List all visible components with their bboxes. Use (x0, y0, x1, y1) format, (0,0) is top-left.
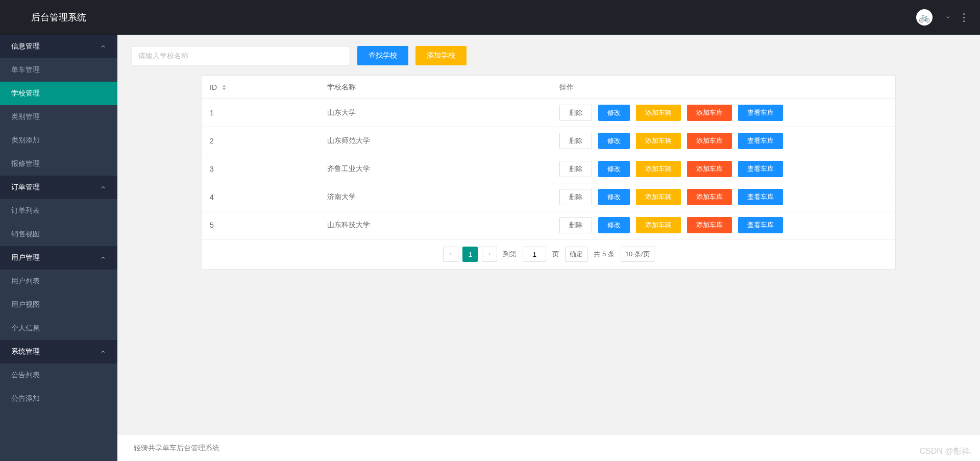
menu-item[interactable]: 公告添加 (0, 387, 117, 410)
data-card: ID 学校名称 操作 1山东大学删除修改添加车辆添加车库查看车库2山东师范大学删… (202, 75, 896, 270)
cell-school-name: 山东师范大学 (320, 127, 552, 155)
avatar[interactable]: 🚲 (916, 9, 933, 26)
cell-id: 5 (202, 211, 320, 239)
footer: 轻骑共享单车后台管理系统 (117, 434, 980, 461)
add-garage-button[interactable]: 添加车库 (687, 105, 732, 121)
chevron-up-icon (100, 43, 106, 50)
edit-button[interactable]: 修改 (598, 105, 630, 121)
search-button[interactable]: 查找学校 (357, 46, 408, 65)
page-size-select[interactable]: 10 条/页 (621, 247, 654, 262)
table-row: 4济南大学删除修改添加车辆添加车库查看车库 (202, 183, 895, 211)
cell-ops: 删除修改添加车辆添加车库查看车库 (552, 183, 895, 211)
chevron-up-icon (100, 184, 106, 190)
edit-button[interactable]: 修改 (598, 133, 630, 149)
add-school-button[interactable]: 添加学校 (415, 46, 467, 65)
chevron-up-icon (100, 255, 106, 261)
cell-id: 3 (202, 155, 320, 183)
school-table: ID 学校名称 操作 1山东大学删除修改添加车辆添加车库查看车库2山东师范大学删… (202, 75, 895, 239)
cell-ops: 删除修改添加车辆添加车库查看车库 (552, 211, 895, 239)
menu-group-header[interactable]: 订单管理 (0, 176, 117, 199)
col-header-id-label: ID (210, 83, 217, 91)
cell-school-name: 济南大学 (320, 183, 552, 211)
menu-item[interactable]: 用户视图 (0, 293, 117, 317)
menu-item[interactable]: 销售视图 (0, 223, 117, 246)
menu-group-label: 用户管理 (11, 253, 40, 262)
topbar: 🚲 (117, 0, 980, 35)
menu-group-label: 系统管理 (11, 347, 40, 356)
menu-item[interactable]: 单车管理 (0, 58, 117, 82)
view-garage-button[interactable]: 查看车库 (738, 133, 783, 149)
goto-page-input[interactable] (523, 247, 546, 262)
table-row: 2山东师范大学删除修改添加车辆添加车库查看车库 (202, 127, 895, 155)
col-header-name: 学校名称 (320, 76, 552, 99)
sidebar-menu: 信息管理单车管理学校管理类别管理类别添加报修管理订单管理订单列表销售视图用户管理… (0, 35, 117, 410)
cell-ops: 删除修改添加车辆添加车库查看车库 (552, 99, 895, 127)
cell-ops: 删除修改添加车辆添加车库查看车库 (552, 127, 895, 155)
add-garage-button[interactable]: 添加车库 (687, 161, 732, 177)
cell-id: 2 (202, 127, 320, 155)
add-vehicle-button[interactable]: 添加车辆 (636, 133, 681, 149)
goto-confirm-button[interactable]: 确定 (565, 247, 587, 262)
menu-item[interactable]: 学校管理 (0, 82, 117, 105)
cell-school-name: 山东大学 (320, 99, 552, 127)
goto-prefix-label: 到第 (501, 250, 519, 259)
menu-group-header[interactable]: 信息管理 (0, 35, 117, 58)
add-vehicle-button[interactable]: 添加车辆 (636, 189, 681, 205)
cell-school-name: 山东科技大学 (320, 211, 552, 239)
app-title: 后台管理系统 (0, 0, 117, 35)
add-garage-button[interactable]: 添加车库 (687, 189, 732, 205)
menu-item[interactable]: 报修管理 (0, 152, 117, 176)
add-garage-button[interactable]: 添加车库 (687, 133, 732, 149)
table-row: 1山东大学删除修改添加车辆添加车库查看车库 (202, 99, 895, 127)
page-prev-button[interactable] (443, 247, 458, 262)
chevron-up-icon (100, 349, 106, 355)
footer-text: 轻骑共享单车后台管理系统 (134, 444, 219, 453)
col-header-ops: 操作 (552, 76, 895, 99)
menu-group-header[interactable]: 用户管理 (0, 246, 117, 270)
sidebar: 后台管理系统 信息管理单车管理学校管理类别管理类别添加报修管理订单管理订单列表销… (0, 0, 117, 461)
goto-suffix-label: 页 (550, 250, 561, 259)
delete-button[interactable]: 删除 (559, 133, 592, 149)
search-input[interactable] (132, 46, 350, 65)
view-garage-button[interactable]: 查看车库 (738, 217, 783, 233)
table-row: 5山东科技大学删除修改添加车辆添加车库查看车库 (202, 211, 895, 239)
total-count-label: 共 5 条 (592, 250, 616, 259)
menu-item[interactable]: 订单列表 (0, 199, 117, 223)
menu-item[interactable]: 公告列表 (0, 363, 117, 387)
cell-ops: 删除修改添加车辆添加车库查看车库 (552, 155, 895, 183)
user-dropdown-icon[interactable] (945, 14, 951, 20)
menu-item[interactable]: 用户列表 (0, 270, 117, 293)
add-vehicle-button[interactable]: 添加车辆 (636, 105, 681, 121)
menu-item[interactable]: 类别管理 (0, 105, 117, 129)
delete-button[interactable]: 删除 (559, 161, 592, 177)
menu-group-label: 订单管理 (11, 183, 40, 192)
more-menu-icon[interactable] (963, 13, 965, 22)
edit-button[interactable]: 修改 (598, 189, 630, 205)
menu-group-label: 信息管理 (11, 42, 40, 51)
page-number-current[interactable]: 1 (462, 247, 478, 262)
view-garage-button[interactable]: 查看车库 (738, 105, 783, 121)
sort-icon[interactable] (222, 85, 226, 90)
view-garage-button[interactable]: 查看车库 (738, 189, 783, 205)
cell-id: 1 (202, 99, 320, 127)
add-vehicle-button[interactable]: 添加车辆 (636, 161, 681, 177)
edit-button[interactable]: 修改 (598, 161, 630, 177)
delete-button[interactable]: 删除 (559, 217, 592, 233)
table-row: 3齐鲁工业大学删除修改添加车辆添加车库查看车库 (202, 155, 895, 183)
edit-button[interactable]: 修改 (598, 217, 630, 233)
add-garage-button[interactable]: 添加车库 (687, 217, 732, 233)
toolbar: 查找学校 添加学校 (132, 46, 980, 65)
menu-item[interactable]: 个人信息 (0, 317, 117, 340)
add-vehicle-button[interactable]: 添加车辆 (636, 217, 681, 233)
delete-button[interactable]: 删除 (559, 189, 592, 205)
pagination: 1 到第 页 确定 共 5 条 10 条/页 (202, 239, 895, 269)
menu-group-header[interactable]: 系统管理 (0, 340, 117, 363)
cell-school-name: 齐鲁工业大学 (320, 155, 552, 183)
col-header-id[interactable]: ID (202, 76, 320, 99)
page-next-button[interactable] (482, 247, 497, 262)
delete-button[interactable]: 删除 (559, 105, 592, 121)
cell-id: 4 (202, 183, 320, 211)
view-garage-button[interactable]: 查看车库 (738, 161, 783, 177)
menu-item[interactable]: 类别添加 (0, 129, 117, 152)
